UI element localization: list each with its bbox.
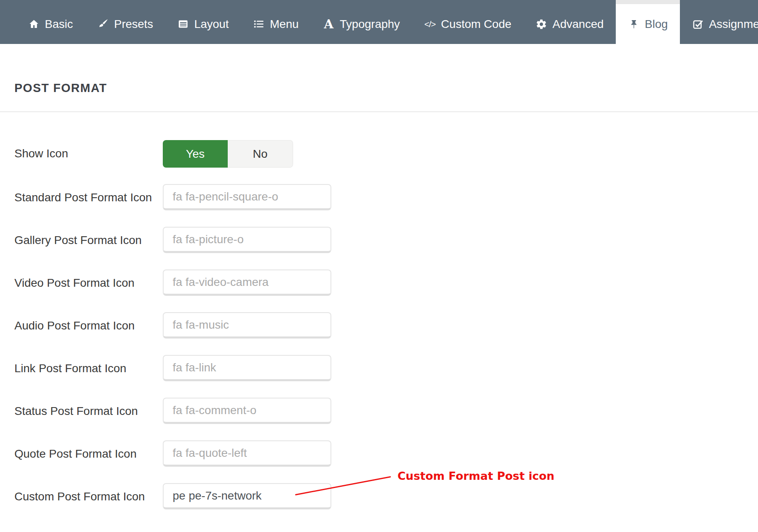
check-square-icon — [692, 18, 704, 30]
custom-post-format-icon-label: Custom Post Format Icon — [14, 489, 145, 504]
annotation-text: Custom Format Post icon — [397, 470, 555, 482]
status-post-format-icon-input[interactable] — [163, 398, 331, 424]
tab-custom-code[interactable]: </> Custom Code — [412, 0, 523, 44]
tab-blog[interactable]: Blog — [616, 0, 680, 44]
tab-menu[interactable]: Menu — [240, 0, 310, 44]
gallery-post-format-icon-label: Gallery Post Format Icon — [14, 233, 142, 248]
code-icon: </> — [424, 18, 436, 30]
settings-tab-bar: Basic Presets Layout Menu A Typography <… — [0, 0, 758, 44]
link-post-format-icon-input[interactable] — [163, 355, 331, 381]
show-icon-no-button[interactable]: No — [228, 140, 293, 168]
status-post-format-icon-label: Status Post Format Icon — [14, 403, 138, 419]
typography-icon: A — [323, 18, 335, 30]
tab-basic[interactable]: Basic — [16, 0, 85, 44]
video-post-format-icon-label: Video Post Format Icon — [14, 275, 134, 291]
video-post-format-icon-input[interactable] — [163, 269, 331, 296]
show-icon-yes-button[interactable]: Yes — [163, 140, 228, 168]
gallery-post-format-icon-input[interactable] — [163, 227, 331, 253]
link-post-format-icon-label: Link Post Format Icon — [14, 361, 126, 376]
tab-advanced[interactable]: Advanced — [523, 0, 616, 44]
section-divider — [0, 111, 758, 112]
home-icon — [28, 18, 40, 30]
tab-assignment[interactable]: Assignment — [680, 0, 758, 44]
menu-list-icon — [252, 18, 265, 30]
standard-post-format-icon-label: Standard Post Format Icon — [14, 190, 152, 205]
show-icon-toggle: Yes No — [163, 140, 293, 168]
tab-typography[interactable]: A Typography — [311, 0, 412, 44]
show-icon-label: Show Icon — [14, 146, 68, 161]
custom-post-format-icon-input[interactable] — [163, 483, 331, 509]
tab-presets[interactable]: Presets — [85, 0, 165, 44]
tab-layout[interactable]: Layout — [165, 0, 240, 44]
page-title: POST FORMAT — [14, 81, 107, 95]
quote-post-format-icon-label: Quote Post Format Icon — [14, 446, 136, 462]
quote-post-format-icon-input[interactable] — [163, 440, 331, 467]
gear-icon — [535, 18, 548, 30]
audio-post-format-icon-label: Audio Post Format Icon — [14, 318, 135, 334]
paintbrush-icon — [97, 18, 109, 30]
layout-icon — [177, 18, 189, 30]
standard-post-format-icon-input[interactable] — [163, 184, 331, 210]
pushpin-icon — [628, 18, 640, 30]
audio-post-format-icon-input[interactable] — [163, 312, 331, 339]
